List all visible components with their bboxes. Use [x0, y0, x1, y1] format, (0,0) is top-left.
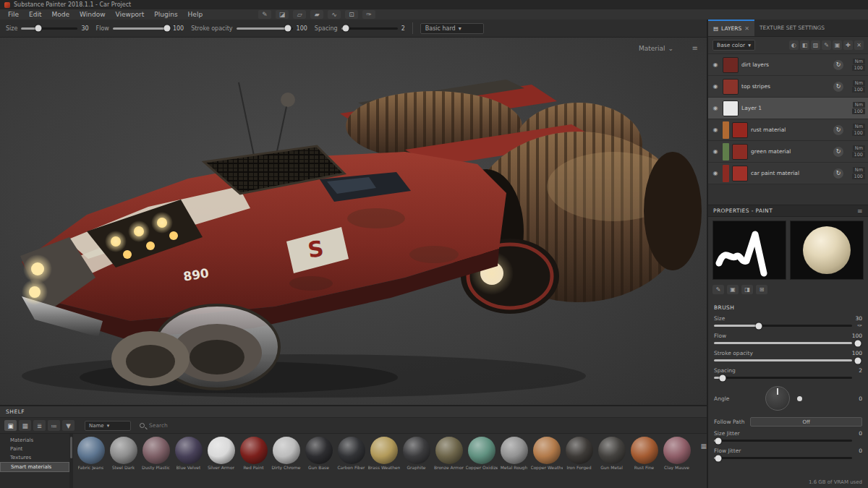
visibility-eye-icon[interactable]: ◉ [711, 83, 720, 90]
menu-item[interactable]: Help [183, 9, 208, 20]
layer-action-icon[interactable]: ✕ [854, 40, 864, 50]
layer-action-icon[interactable]: ▨ [811, 40, 820, 50]
slider-track[interactable]: ✑ [714, 455, 862, 461]
slider-knob[interactable] [715, 437, 722, 444]
viewport-3d[interactable]: S 890 Materi [0, 38, 707, 405]
shelf-material[interactable]: Dirty Chrome [270, 437, 302, 470]
brush-stroke-preview[interactable] [712, 221, 786, 280]
tab-texture-set-settings[interactable]: TEXTURE SET SETTINGS [754, 20, 830, 36]
shelf-material[interactable]: Carbon Fiber [335, 437, 367, 470]
slider-knob[interactable] [720, 374, 726, 381]
material-preview[interactable] [790, 221, 864, 280]
shelf-toolbar-icon[interactable]: ≔ [48, 420, 60, 431]
layer-row[interactable]: ◉ Layer 1 ↻ Nm 100 [708, 98, 868, 119]
blend-mode[interactable]: Nm [853, 145, 865, 151]
tool-button[interactable]: ✑ [362, 10, 375, 19]
slider-track[interactable] [21, 25, 77, 32]
follow-path-toggle[interactable]: Off [750, 417, 862, 427]
menu-item[interactable]: Mode [47, 9, 75, 20]
layer-opacity[interactable]: 100 [852, 174, 865, 179]
layer-row[interactable]: ◉ green material ↻ Nm 100 [708, 141, 868, 163]
slider-track[interactable]: ✑ [714, 374, 862, 381]
shelf-material[interactable]: Copper Weathered [530, 437, 563, 470]
menu-item[interactable]: Window [75, 9, 111, 20]
shelf-toolbar-icon[interactable]: ▣ [4, 420, 17, 431]
blend-mode[interactable]: Nm [853, 124, 865, 129]
visibility-eye-icon[interactable]: ◉ [711, 170, 720, 176]
layer-effects-icon[interactable]: ↻ [833, 125, 843, 135]
search-input[interactable] [148, 421, 213, 429]
shelf-toolbar-icon[interactable]: ▼ [62, 420, 75, 431]
layer-effects-icon[interactable]: ↻ [833, 147, 843, 157]
layer-effects-icon[interactable]: ↻ [833, 168, 843, 179]
menu-item[interactable]: Plugins [149, 9, 182, 20]
slider-knob[interactable] [285, 25, 292, 32]
slider-knob[interactable] [342, 25, 349, 32]
menu-item[interactable]: Edit [24, 9, 46, 20]
lazy-mouse-icon[interactable]: ⊞ [756, 285, 767, 294]
shelf-category[interactable]: Textures [0, 453, 69, 462]
blend-mode[interactable]: Nm [853, 80, 865, 86]
brush-preset-dropdown[interactable]: Basic hard ▾ [420, 23, 484, 34]
shelf-material[interactable]: Metal Rough [498, 437, 530, 470]
blend-mode[interactable]: Nm [853, 167, 865, 173]
slider-knob[interactable] [854, 340, 861, 346]
layer-row[interactable]: ◉ car paint material ↻ Nm 100 [708, 163, 868, 184]
shelf-material[interactable]: Red Paint [237, 437, 270, 470]
blend-mode[interactable]: Nm [853, 102, 865, 108]
shelf-material[interactable]: Silver Armor [205, 437, 237, 470]
slider-track[interactable]: ✑ [714, 437, 862, 444]
slider-track[interactable] [341, 25, 398, 32]
slider-knob[interactable] [755, 322, 762, 329]
tool-button[interactable]: ⊡ [345, 10, 358, 19]
slider-track[interactable]: ✑ [714, 322, 862, 329]
tab-layers[interactable]: ▤ LAYERS ✕ [708, 20, 754, 36]
slider-track[interactable]: ✑ [714, 357, 862, 364]
slider-track[interactable] [237, 25, 293, 32]
layer-row[interactable]: ◉ top stripes ↻ Nm 100 [708, 76, 868, 98]
slider-knob[interactable] [163, 25, 170, 32]
channel-select[interactable]: Base color ▾ [712, 40, 755, 51]
tool-button[interactable]: ▰ [310, 10, 323, 19]
shelf-material[interactable]: Fabric Jeans [75, 437, 107, 470]
close-icon[interactable]: ✕ [744, 25, 749, 32]
slider-knob[interactable] [35, 25, 41, 32]
layer-opacity[interactable]: 100 [852, 152, 865, 158]
shelf-material[interactable]: Blue Velvet [172, 437, 205, 470]
panel-menu-icon[interactable]: ≡ [857, 207, 863, 215]
shelf-material[interactable]: Copper Oxidized [465, 437, 498, 470]
shelf-category[interactable]: Smart materials [0, 462, 69, 472]
shelf-material[interactable]: Iron Forged [563, 437, 595, 470]
tool-button[interactable]: ✎ [258, 10, 271, 19]
shelf-material[interactable]: Dusty Plastic [140, 437, 172, 470]
shelf-material[interactable]: Steel Dark [107, 437, 140, 470]
visibility-eye-icon[interactable]: ◉ [711, 148, 720, 155]
material-mode-icon[interactable]: ▣ [727, 285, 739, 294]
shelf-toolbar-icon[interactable]: ▦ [19, 420, 31, 431]
viewport-menu-icon[interactable]: ≡ [692, 44, 698, 52]
slider-track[interactable] [113, 25, 169, 32]
layer-row[interactable]: ◉ rust material ↻ Nm 100 [708, 119, 868, 141]
shelf-category[interactable]: Materials [0, 436, 69, 445]
slider-knob[interactable] [854, 357, 861, 364]
tool-button[interactable]: ◪ [276, 10, 289, 19]
layer-action-icon[interactable]: ◧ [800, 40, 809, 50]
layer-opacity[interactable]: 100 [852, 130, 865, 136]
layer-effects-icon[interactable]: ↻ [833, 60, 843, 70]
shelf-material[interactable]: Clay Mauve [660, 437, 693, 470]
layer-opacity[interactable]: 100 [852, 65, 865, 71]
layer-action-icon[interactable]: ◐ [789, 40, 799, 50]
layer-effects-icon[interactable]: ↻ [833, 82, 843, 92]
pen-pressure-icon[interactable]: ✑ [857, 322, 862, 329]
shelf-material[interactable]: Brass Weathered [367, 437, 400, 470]
tool-button[interactable]: ▱ [293, 10, 306, 19]
stencil-mode-icon[interactable]: ◨ [741, 285, 753, 294]
slider-track[interactable]: ✑ [714, 340, 862, 346]
angle-knob[interactable] [797, 396, 802, 401]
visibility-eye-icon[interactable]: ◉ [711, 127, 720, 133]
shelf-material[interactable]: Bronze Armor [433, 437, 465, 470]
shelf-filter-dropdown[interactable]: Name ▾ [85, 421, 131, 431]
angle-dial[interactable] [765, 386, 790, 411]
view-mode-indicator[interactable]: Material ⌄ [639, 45, 673, 52]
visibility-eye-icon[interactable]: ◉ [711, 61, 720, 68]
